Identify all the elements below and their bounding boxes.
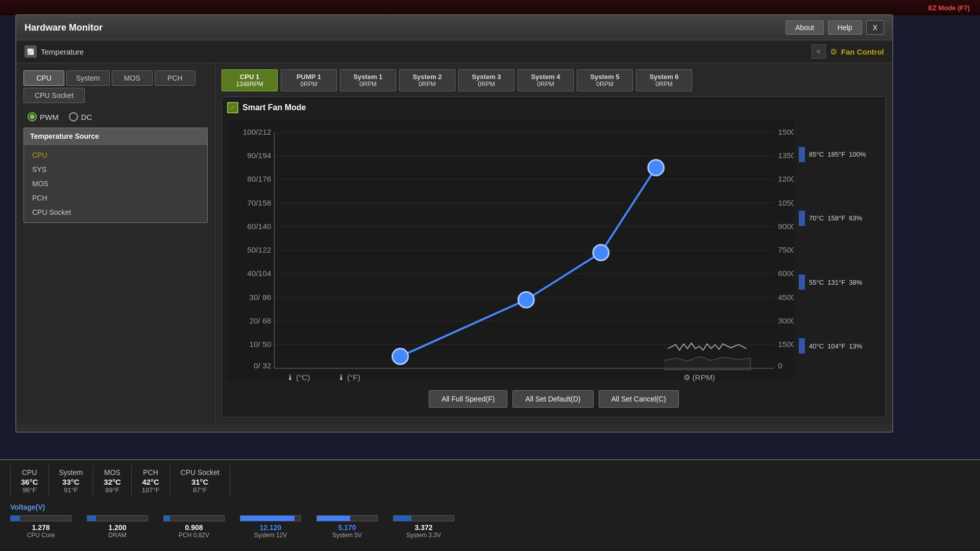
pwm-radio[interactable] (28, 112, 37, 121)
sensor-tabs: CPU System MOS PCH CPU Socket (23, 70, 208, 103)
temperature-source-header: Temperature Source (24, 128, 207, 145)
temp-source-mos[interactable]: MOS (24, 177, 207, 191)
fan-btn-sys4[interactable]: System 4 0RPM (518, 69, 574, 91)
voltage-pch-value: 0.908 (185, 523, 203, 532)
smart-fan-area: ✓ Smart Fan Mode 100/212 90/194 80/176 (222, 96, 886, 417)
temp-source-cpu-socket[interactable]: CPU Socket (24, 205, 207, 219)
temp-cpu-socket-label: CPU Socket (181, 468, 219, 477)
voltage-cpu-core-label: CPU Core (27, 532, 55, 539)
all-set-default-button[interactable]: All Set Default(D) (512, 390, 593, 408)
svg-text:1500: 1500 (778, 340, 794, 348)
svg-text:6000: 6000 (778, 269, 794, 278)
voltage-cpu-core-bar-container (10, 515, 71, 521)
voltage-sys5v-bar (317, 516, 350, 521)
svg-text:12000: 12000 (778, 174, 794, 183)
fan-btn-sys6[interactable]: System 6 0RPM (636, 69, 692, 91)
left-panel: CPU System MOS PCH CPU Socket PWM DC T (16, 63, 215, 423)
temp-mos: MOS 32°C 89°F (93, 465, 132, 497)
pwm-radio-label[interactable]: PWM (28, 112, 59, 121)
hardware-monitor-window: Hardware Monitor About Help X 📈 Temperat… (15, 14, 893, 433)
temp-cpu-fahrenheit: 96°F (21, 486, 38, 494)
voltage-pch: 0.908 PCH 0.82V (163, 515, 225, 539)
voltage-sys5v-label: System 5V (332, 532, 362, 539)
voltage-sys12v-label: System 12V (254, 532, 287, 539)
temp-pch-celsius: 42°C (142, 478, 160, 486)
temp-system: System 33°C 91°F (49, 465, 94, 497)
svg-text:100/212: 100/212 (243, 128, 272, 136)
breadcrumb-back-icon[interactable]: < (812, 44, 826, 59)
titlebar: Hardware Monitor About Help X (16, 15, 892, 40)
action-buttons: All Full Speed(F) All Set Default(D) All… (227, 386, 880, 412)
temp-pch-fahrenheit: 107°F (142, 486, 160, 494)
chart-point-4 (648, 160, 664, 176)
dc-radio-label[interactable]: DC (69, 112, 92, 121)
about-button[interactable]: About (786, 20, 824, 35)
tab-cpu-socket[interactable]: CPU Socket (23, 88, 85, 103)
tab-pch[interactable]: PCH (155, 70, 195, 86)
svg-text:🌡 (°F): 🌡 (°F) (337, 373, 360, 382)
bios-bar: EZ Mode (F7) (0, 0, 980, 15)
fan-btn-cpu1[interactable]: CPU 1 1348RPM (222, 69, 278, 91)
legend-item-1: 85°C 185°F 100% (799, 147, 880, 162)
help-button[interactable]: Help (828, 20, 862, 35)
voltage-dram-bar-container (87, 515, 148, 521)
legend-bar-2 (799, 211, 805, 226)
legend-text-1: 85°C 185°F 100% (809, 151, 866, 158)
fan-sys6-rpm: 0RPM (636, 81, 692, 88)
voltage-dram-bar (87, 516, 96, 521)
temp-cpu-socket: CPU Socket 31°C 87°F (170, 465, 230, 497)
voltage-dram: 1.200 DRAM (87, 515, 148, 539)
fan-sys4-label: System 4 (518, 73, 573, 81)
temp-source-cpu[interactable]: CPU (24, 148, 207, 162)
svg-text:3000: 3000 (778, 316, 794, 325)
temp-mos-fahrenheit: 89°F (104, 486, 121, 494)
all-full-speed-button[interactable]: All Full Speed(F) (429, 390, 507, 408)
fan-btn-sys1[interactable]: System 1 0RPM (340, 69, 396, 91)
temp-pch: PCH 42°C 107°F (132, 465, 170, 497)
tab-cpu[interactable]: CPU (23, 70, 64, 86)
voltage-sys33v: 3.372 System 3.3V (393, 515, 454, 539)
fan-curve-chart[interactable]: 100/212 90/194 80/176 70/158 60/140 50/1… (227, 117, 794, 383)
tab-mos[interactable]: MOS (112, 70, 153, 86)
temp-source-pch[interactable]: PCH (24, 191, 207, 205)
fan-sys4-rpm: 0RPM (518, 81, 573, 88)
temp-system-fahrenheit: 91°F (59, 486, 83, 494)
all-set-cancel-button[interactable]: All Set Cancel(C) (599, 390, 679, 408)
title-buttons: About Help X (786, 20, 884, 35)
legend-bar-4 (799, 338, 805, 354)
voltage-sys12v-bar (240, 516, 295, 521)
temp-cpu: CPU 36°C 96°F (10, 465, 49, 497)
svg-text:🌡 (°C): 🌡 (°C) (286, 373, 310, 382)
legend-text-3: 55°C 131°F 38% (809, 279, 862, 286)
svg-text:10/ 50: 10/ 50 (249, 340, 271, 348)
legend-item-3: 55°C 131°F 38% (799, 274, 880, 290)
pwm-label: PWM (40, 113, 59, 121)
temp-cpu-label: CPU (21, 468, 38, 477)
fan-cpu1-rpm: 1348RPM (222, 81, 277, 88)
temp-cpu-celsius: 36°C (21, 478, 38, 486)
voltage-sys12v-bar-container (240, 515, 301, 521)
breadcrumb-label: Temperature (41, 47, 84, 56)
fan-btn-sys5[interactable]: System 5 0RPM (577, 69, 633, 91)
voltage-readings: 1.278 CPU Core 1.200 DRAM 0.908 PCH 0.82… (10, 515, 970, 539)
close-button[interactable]: X (866, 20, 884, 35)
breadcrumb-section: 📈 Temperature (24, 45, 84, 58)
svg-text:60/140: 60/140 (247, 222, 271, 231)
fan-btn-sys2[interactable]: System 2 0RPM (399, 69, 455, 91)
svg-text:0/ 32: 0/ 32 (254, 361, 271, 370)
temp-mos-celsius: 32°C (104, 478, 121, 486)
fan-sys5-rpm: 0RPM (577, 81, 632, 88)
voltage-sys5v: 5.170 System 5V (316, 515, 378, 539)
voltage-sys33v-value: 3.372 (414, 523, 432, 532)
temp-system-label: System (59, 468, 83, 477)
smart-fan-checkbox[interactable]: ✓ (227, 102, 238, 113)
fan-btn-sys3[interactable]: System 3 0RPM (458, 69, 514, 91)
fan-sys2-rpm: 0RPM (400, 81, 455, 88)
legend-text-2: 70°C 158°F 63% (809, 214, 862, 222)
temp-source-sys[interactable]: SYS (24, 162, 207, 177)
voltage-sys5v-value: 5.170 (338, 523, 356, 532)
voltage-sys33v-bar (394, 516, 411, 521)
dc-radio[interactable] (69, 112, 78, 121)
tab-system[interactable]: System (66, 70, 110, 86)
fan-btn-pump1[interactable]: PUMP 1 0RPM (281, 69, 337, 91)
